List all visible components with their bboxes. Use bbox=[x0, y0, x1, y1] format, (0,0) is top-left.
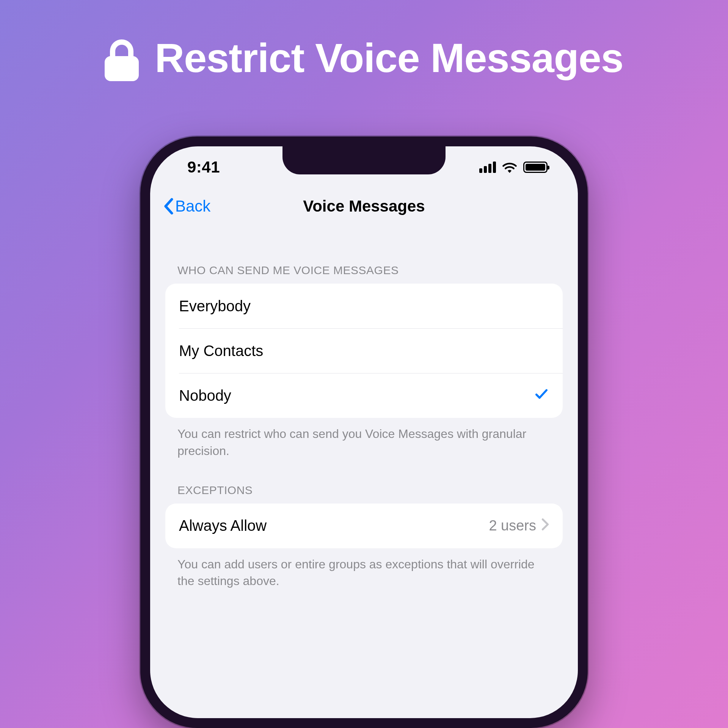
nav-bar: Back Voice Messages bbox=[150, 188, 578, 224]
hero-title: Restrict Voice Messages bbox=[155, 34, 623, 82]
wifi-icon bbox=[502, 162, 517, 173]
section-footer-exceptions: You can add users or entire groups as ex… bbox=[165, 548, 563, 590]
option-my-contacts[interactable]: My Contacts bbox=[165, 328, 563, 373]
page-title: Voice Messages bbox=[303, 197, 425, 215]
exceptions-card: Always Allow 2 users bbox=[165, 504, 563, 548]
option-everybody[interactable]: Everybody bbox=[165, 284, 563, 328]
chevron-left-icon bbox=[163, 198, 174, 215]
who-can-send-card: Everybody My Contacts Nobody bbox=[165, 284, 563, 418]
status-icons bbox=[479, 162, 548, 173]
phone-frame: 9:41 bbox=[140, 136, 588, 728]
status-time: 9:41 bbox=[187, 158, 220, 176]
row-label: Always Allow bbox=[179, 517, 267, 534]
back-label: Back bbox=[175, 197, 210, 215]
section-header-who: WHO CAN SEND ME VOICE MESSAGES bbox=[165, 240, 563, 284]
chevron-right-icon bbox=[541, 517, 549, 534]
phone-notch bbox=[282, 146, 446, 174]
option-nobody[interactable]: Nobody bbox=[165, 373, 563, 418]
section-footer-who: You can restrict who can send you Voice … bbox=[165, 418, 563, 460]
battery-icon bbox=[523, 162, 548, 173]
option-label: Nobody bbox=[179, 387, 231, 404]
hero-banner: Restrict Voice Messages bbox=[0, 0, 728, 82]
settings-content: WHO CAN SEND ME VOICE MESSAGES Everybody… bbox=[150, 224, 578, 590]
row-detail: 2 users bbox=[489, 518, 536, 534]
lock-icon bbox=[105, 39, 139, 81]
option-label: Everybody bbox=[179, 298, 251, 315]
back-button[interactable]: Back bbox=[163, 197, 210, 215]
section-header-exceptions: EXCEPTIONS bbox=[165, 460, 563, 504]
exception-always-allow[interactable]: Always Allow 2 users bbox=[165, 504, 563, 548]
option-label: My Contacts bbox=[179, 342, 263, 359]
cellular-icon bbox=[479, 162, 496, 173]
checkmark-icon bbox=[534, 386, 549, 405]
phone-screen: 9:41 bbox=[150, 146, 578, 718]
